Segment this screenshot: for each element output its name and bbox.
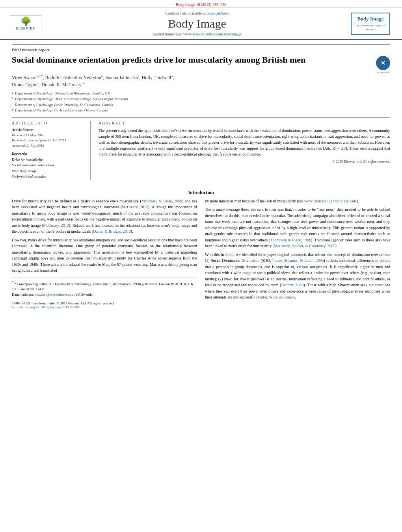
accepted-date: Accepted 23 July 2013 bbox=[12, 143, 86, 149]
introduction-title: Introduction bbox=[12, 190, 390, 196]
article-info-col: ARTICLE INFO Article history: Received 1… bbox=[12, 121, 91, 180]
author-taylor: Donna Taylor bbox=[12, 82, 38, 87]
keywords-section: Keywords: Drive for muscularity Social d… bbox=[12, 152, 86, 180]
mccreary-2012-link[interactable]: McCreary, 2012 bbox=[122, 205, 148, 209]
affil-b-letter: b bbox=[12, 96, 13, 102]
charlesatlas-link[interactable]: www.charlesatlas.com/classicads bbox=[304, 199, 357, 203]
top-citation-bar: Body Image 10 (2013) 653–656 bbox=[0, 0, 402, 8]
intro-para-2: However, men's drive for muscularity has… bbox=[12, 237, 197, 274]
bennett-link[interactable]: Bennett, 1988 bbox=[281, 283, 303, 287]
affil-c-letter: c bbox=[12, 102, 13, 108]
affil-d-letter: d bbox=[12, 108, 13, 113]
footnote-email: E-mail address: v.swami@westminster.ac.u… bbox=[12, 292, 197, 298]
issn-line: 1740-1445/$ – see front matter © 2013 El… bbox=[12, 301, 197, 305]
page: Body Image 10 (2013) 653–656 🌳 ELSEVIER … bbox=[0, 0, 402, 532]
abstract-col: ABSTRACT The present study tested the hy… bbox=[99, 121, 390, 180]
daniel-bridges-link[interactable]: Daniel & Bridges, 2010 bbox=[93, 229, 131, 234]
doi-line: http://dx.doi.org/10.1016/j.bodyim.2013.… bbox=[12, 305, 197, 309]
footnote-section: * * Corresponding author at: Department … bbox=[12, 278, 197, 298]
article-section: Brief research report Social dominance o… bbox=[0, 40, 402, 184]
history-label: Article history: bbox=[12, 128, 86, 132]
contents-line: Contents lists available at ScienceDirec… bbox=[43, 11, 351, 15]
received-revised-date: Received in revised form 17 July 2013 bbox=[12, 138, 86, 143]
footnote-star: * * Corresponding author at: Department … bbox=[12, 280, 197, 292]
received-date: Received 13 May 2013 bbox=[12, 133, 86, 138]
intro-para-1: Drive for muscularity can be defined as … bbox=[12, 198, 197, 235]
keyword-2: Social dominance orientation bbox=[12, 162, 86, 168]
footer-issn: 1740-1445/$ – see front matter © 2013 El… bbox=[12, 301, 197, 309]
affil-d: d Department of Psychology, Carleton Uni… bbox=[12, 108, 390, 113]
article-info-abstract: ARTICLE INFO Article history: Received 1… bbox=[12, 117, 390, 180]
author-swami: Viren Swami bbox=[12, 75, 37, 80]
author-jablonska: Joanna Jablonska bbox=[105, 75, 138, 80]
affil-a: a Department of Psychology, University o… bbox=[12, 91, 390, 96]
citation-text: Body Image 10 (2013) 653–656 bbox=[176, 2, 226, 7]
keyword-1: Drive for muscularity bbox=[12, 157, 86, 162]
article-history: Article history: Received 13 May 2013 Re… bbox=[12, 128, 86, 149]
fodor-link[interactable]: Fodor, Wick, & Conroy, bbox=[258, 295, 296, 299]
footnote-corresponding: * Corresponding author at: Department of… bbox=[12, 282, 194, 291]
body-image-logo: Body Image An International Journal of R… bbox=[351, 13, 390, 34]
affil-a-letter: a bbox=[12, 91, 13, 96]
keyword-3: Male body image bbox=[12, 168, 86, 174]
pratto-link[interactable]: Pratto, Sidanius, & Levin, 2006 bbox=[272, 258, 324, 263]
body-two-col: Drive for muscularity can be defined as … bbox=[12, 198, 390, 310]
main-body: Introduction Drive for muscularity can b… bbox=[0, 184, 402, 313]
keyword-4: Socio-political attitudes bbox=[12, 174, 86, 179]
author-swami-super: a,b,* bbox=[37, 74, 43, 78]
abstract-copyright: © 2013 Elsevier Ltd. All rights reserved… bbox=[99, 159, 390, 163]
body-image-logo-subtitle: An International Journal of Research bbox=[354, 24, 387, 31]
affil-d-text: Department of Psychology, Carleton Unive… bbox=[15, 108, 108, 113]
affil-c: c Department of Psychology, Brock Univer… bbox=[12, 102, 390, 108]
author-mccreary: Donald R. McCreary bbox=[42, 82, 82, 87]
thompson-pleck-link[interactable]: Thompson & Pleck, 1986 bbox=[270, 238, 311, 242]
crossmark-icon: ✕ bbox=[376, 56, 390, 70]
elsevier-tree-icon: 🌳 bbox=[12, 17, 39, 26]
author-neofytou: Rudolfos-Valentino Neofytou bbox=[45, 75, 101, 80]
affil-a-text: Department of Psychology, University of … bbox=[15, 91, 110, 96]
journal-header: 🌳 ELSEVIER Contents lists available at S… bbox=[0, 8, 402, 40]
affil-b-text: Department of Psychology, HELP Universit… bbox=[15, 96, 128, 102]
right-para-3: With this in mind, we identified three p… bbox=[205, 252, 390, 300]
abstract-header: ABSTRACT bbox=[99, 121, 390, 125]
right-para-2: The primary message these ads sent to me… bbox=[205, 206, 390, 249]
elsevier-text: ELSEVIER bbox=[12, 27, 39, 30]
mccreary-saucier-link[interactable]: McCreary, Saucier, & Courtenay, 2005 bbox=[274, 244, 335, 248]
elsevier-logo-box: 🌳 ELSEVIER bbox=[10, 15, 41, 32]
mccreary-sasse-link[interactable]: McCreary & Sasse, 2000 bbox=[141, 199, 182, 203]
body-left-col: Drive for muscularity can be defined as … bbox=[12, 198, 197, 310]
mccreary-2012-link2[interactable]: McCreary, 2012 bbox=[43, 223, 69, 228]
crossmark: ✕ CrossMark bbox=[376, 56, 390, 74]
article-title: Social dominance orientation predicts dr… bbox=[12, 54, 372, 66]
right-para-1: by more muscular men because of his lack… bbox=[205, 198, 390, 204]
abstract-text: The present study tested the hypothesis … bbox=[99, 128, 390, 157]
elsevier-logo: 🌳 ELSEVIER bbox=[8, 15, 43, 32]
affiliations: a Department of Psychology, University o… bbox=[12, 91, 390, 113]
body-right-col: by more muscular men because of his lack… bbox=[205, 198, 390, 310]
keywords-label: Keywords: bbox=[12, 152, 86, 156]
affil-c-text: Department of Psychology, Brock Universi… bbox=[15, 102, 113, 108]
affil-b: b Department of Psychology, HELP Univers… bbox=[12, 96, 390, 102]
journal-title: Body Image bbox=[43, 17, 351, 30]
author-thirlwell: Holly Thirlwell bbox=[142, 75, 171, 80]
crossmark-label: CrossMark bbox=[376, 71, 390, 74]
sciencedirect-link[interactable]: ScienceDirect bbox=[207, 11, 229, 15]
doi-link[interactable]: http://dx.doi.org/10.1016/j.bodyim.2013.… bbox=[12, 305, 80, 309]
footnote-star-sup: * bbox=[12, 281, 13, 284]
journal-homepage-line: journal homepage: www.elsevier.com/locat… bbox=[43, 32, 351, 36]
article-info-header: ARTICLE INFO bbox=[12, 121, 86, 125]
article-type-label: Brief research report bbox=[12, 44, 390, 52]
body-image-logo-title: Body Image bbox=[354, 16, 387, 23]
header-center: Contents lists available at ScienceDirec… bbox=[43, 11, 351, 36]
authors-line: Viren Swamia,b,*, Rudolfos-Valentino Neo… bbox=[12, 74, 390, 88]
title-row: Social dominance orientation predicts dr… bbox=[12, 54, 390, 74]
email-suffix: (V. Swami). bbox=[76, 293, 93, 297]
journal-homepage-url[interactable]: www.elsevier.com/locate/bodyimage bbox=[183, 32, 242, 36]
email-link[interactable]: v.swami@westminster.ac.uk bbox=[35, 293, 75, 297]
